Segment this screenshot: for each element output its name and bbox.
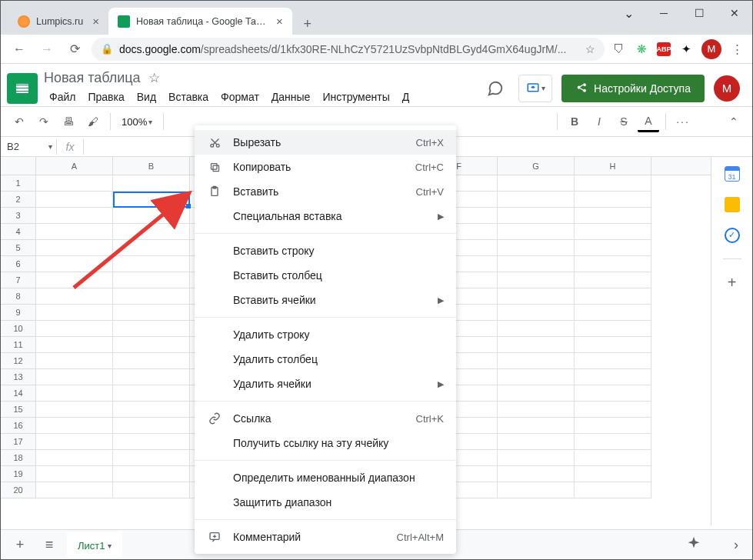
forward-button[interactable]: → (36, 38, 58, 60)
comments-icon[interactable] (481, 75, 509, 102)
bold-button[interactable]: B (564, 111, 585, 132)
cell[interactable] (575, 305, 651, 321)
cell[interactable] (36, 369, 113, 385)
col-header[interactable]: A (36, 157, 113, 175)
cell[interactable] (113, 450, 190, 466)
context-menu-item[interactable]: ВставитьCtrl+V (195, 179, 456, 204)
cell[interactable] (36, 337, 113, 353)
context-menu-item[interactable]: ВырезатьCtrl+X (195, 130, 456, 155)
context-menu-item[interactable]: СсылкаCtrl+K (195, 406, 456, 431)
cell[interactable] (575, 369, 651, 385)
cell[interactable] (575, 402, 651, 418)
cell[interactable] (498, 240, 575, 256)
context-menu-item[interactable]: Определить именованный диапазон (195, 465, 456, 490)
row-header[interactable]: 18 (1, 450, 36, 466)
cell[interactable] (113, 353, 190, 369)
cell[interactable] (498, 192, 575, 208)
context-menu-item[interactable]: Вставить строку (195, 238, 456, 263)
cell[interactable] (575, 256, 651, 272)
col-header[interactable]: G (498, 157, 575, 175)
tasks-icon[interactable]: ✓ (725, 228, 740, 243)
cell[interactable] (575, 321, 651, 337)
cell[interactable] (36, 482, 113, 498)
menu-tools[interactable]: Инструменты (317, 88, 395, 106)
row-header[interactable]: 1 (1, 175, 36, 192)
cell[interactable] (575, 418, 651, 434)
row-header[interactable]: 11 (1, 337, 36, 353)
add-addon-icon[interactable]: + (725, 275, 740, 290)
cell[interactable] (498, 353, 575, 369)
cell[interactable] (113, 305, 190, 321)
cell[interactable] (36, 240, 113, 256)
cell[interactable] (498, 256, 575, 272)
cell[interactable] (575, 353, 651, 369)
row-header[interactable]: 16 (1, 418, 36, 434)
cell[interactable] (575, 434, 651, 450)
cell[interactable] (498, 450, 575, 466)
name-dropdown-icon[interactable]: ▾ (44, 142, 56, 151)
browser-tab-lumpics[interactable]: Lumpics.ru × (8, 8, 108, 35)
row-header[interactable]: 7 (1, 272, 36, 288)
context-menu-item[interactable]: Специальная вставка▶ (195, 204, 456, 228)
cell[interactable] (113, 192, 190, 208)
cell[interactable] (113, 418, 190, 434)
cell[interactable] (575, 466, 651, 482)
cell[interactable] (36, 288, 113, 305)
col-header[interactable]: B (113, 157, 190, 175)
menu-file[interactable]: Файл (44, 88, 81, 106)
sheet-tab[interactable]: Лист1 ▾ (67, 532, 122, 558)
row-header[interactable]: 6 (1, 256, 36, 272)
name-box[interactable]: B2 (1, 141, 44, 152)
menu-format[interactable]: Формат (215, 88, 265, 106)
row-header[interactable]: 12 (1, 353, 36, 369)
star-icon[interactable]: ☆ (148, 70, 160, 86)
menu-more[interactable]: Д (397, 88, 415, 106)
chevron-down-icon[interactable]: ⌄ (611, 1, 646, 25)
browser-tab-sheets[interactable]: Новая таблица - Google Таблиц × (108, 8, 292, 35)
text-color-button[interactable]: A (638, 111, 659, 132)
hide-side-panel-icon[interactable]: › (725, 533, 748, 556)
kebab-icon[interactable]: ⋮ (729, 42, 745, 57)
cell[interactable] (575, 337, 651, 353)
cell[interactable] (498, 175, 575, 192)
document-title[interactable]: Новая таблица (44, 70, 141, 86)
privacy-icon[interactable]: ⛉ (611, 42, 626, 57)
evernote-icon[interactable]: ❋ (634, 42, 649, 57)
cell[interactable] (36, 353, 113, 369)
cell[interactable] (36, 434, 113, 450)
cell[interactable] (575, 385, 651, 402)
cell[interactable] (36, 175, 113, 192)
cell[interactable] (498, 208, 575, 224)
cell[interactable] (113, 369, 190, 385)
col-header[interactable]: H (575, 157, 651, 175)
keep-icon[interactable] (725, 197, 740, 212)
minimize-button[interactable]: ─ (646, 1, 681, 25)
cell[interactable] (36, 272, 113, 288)
row-header[interactable]: 19 (1, 466, 36, 482)
cell[interactable] (498, 321, 575, 337)
close-icon[interactable]: × (276, 15, 283, 28)
cell[interactable] (113, 256, 190, 272)
menu-view[interactable]: Вид (132, 88, 162, 106)
undo-button[interactable]: ↶ (8, 111, 30, 132)
context-menu-item[interactable]: Вставить столбец (195, 263, 456, 288)
cell[interactable] (498, 305, 575, 321)
cell[interactable] (113, 434, 190, 450)
calendar-icon[interactable]: 31 (725, 166, 740, 182)
italic-button[interactable]: I (588, 111, 610, 132)
strike-button[interactable]: S (613, 111, 635, 132)
cell[interactable] (36, 208, 113, 224)
row-header[interactable]: 3 (1, 208, 36, 224)
adblock-icon[interactable]: ABP (657, 42, 671, 56)
share-button[interactable]: Настройки Доступа (561, 75, 705, 102)
cell[interactable] (113, 466, 190, 482)
explore-button[interactable] (681, 532, 706, 556)
row-header[interactable]: 2 (1, 192, 36, 208)
close-icon[interactable]: × (92, 15, 99, 28)
cell[interactable] (113, 208, 190, 224)
back-button[interactable]: ← (8, 38, 30, 60)
cell[interactable] (113, 321, 190, 337)
more-tools[interactable]: ··· (672, 111, 694, 132)
menu-insert[interactable]: Вставка (163, 88, 214, 106)
cell[interactable] (36, 385, 113, 402)
